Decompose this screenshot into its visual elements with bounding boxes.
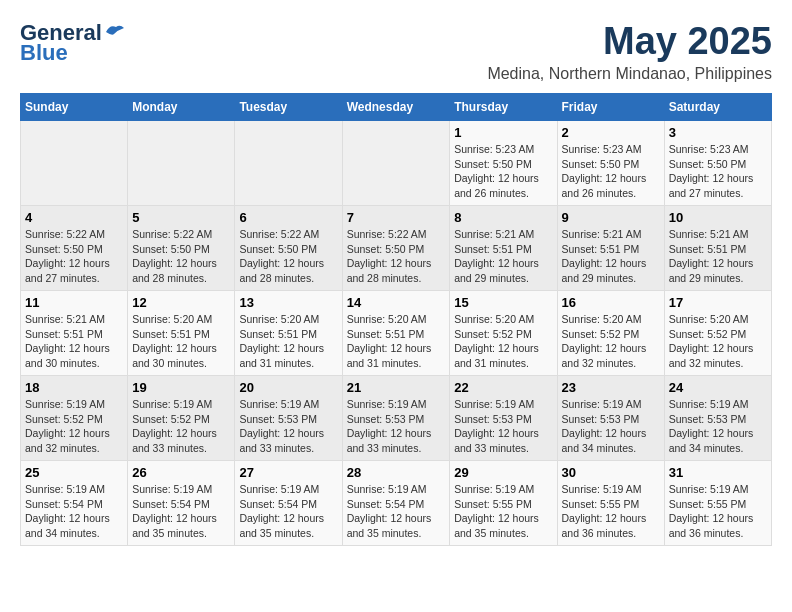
col-header-sunday: Sunday [21,94,128,121]
title-area: May 2025 Medina, Northern Mindanao, Phil… [487,20,772,83]
day-info: Sunrise: 5:21 AM Sunset: 5:51 PM Dayligh… [454,227,552,286]
day-number: 9 [562,210,660,225]
day-info: Sunrise: 5:19 AM Sunset: 5:55 PM Dayligh… [669,482,767,541]
calendar-cell: 24Sunrise: 5:19 AM Sunset: 5:53 PM Dayli… [664,376,771,461]
day-number: 18 [25,380,123,395]
day-number: 26 [132,465,230,480]
calendar-cell: 31Sunrise: 5:19 AM Sunset: 5:55 PM Dayli… [664,461,771,546]
calendar-cell: 5Sunrise: 5:22 AM Sunset: 5:50 PM Daylig… [128,206,235,291]
header-row: SundayMondayTuesdayWednesdayThursdayFrid… [21,94,772,121]
day-number: 25 [25,465,123,480]
calendar-cell: 23Sunrise: 5:19 AM Sunset: 5:53 PM Dayli… [557,376,664,461]
calendar-cell: 15Sunrise: 5:20 AM Sunset: 5:52 PM Dayli… [450,291,557,376]
calendar-cell: 7Sunrise: 5:22 AM Sunset: 5:50 PM Daylig… [342,206,450,291]
day-info: Sunrise: 5:19 AM Sunset: 5:52 PM Dayligh… [132,397,230,456]
page-title: May 2025 [487,20,772,63]
calendar-cell: 10Sunrise: 5:21 AM Sunset: 5:51 PM Dayli… [664,206,771,291]
day-info: Sunrise: 5:20 AM Sunset: 5:52 PM Dayligh… [454,312,552,371]
calendar-cell: 1Sunrise: 5:23 AM Sunset: 5:50 PM Daylig… [450,121,557,206]
day-info: Sunrise: 5:19 AM Sunset: 5:54 PM Dayligh… [25,482,123,541]
calendar-cell: 3Sunrise: 5:23 AM Sunset: 5:50 PM Daylig… [664,121,771,206]
day-number: 20 [239,380,337,395]
day-info: Sunrise: 5:23 AM Sunset: 5:50 PM Dayligh… [669,142,767,201]
calendar-cell: 12Sunrise: 5:20 AM Sunset: 5:51 PM Dayli… [128,291,235,376]
day-info: Sunrise: 5:20 AM Sunset: 5:51 PM Dayligh… [239,312,337,371]
day-number: 3 [669,125,767,140]
day-info: Sunrise: 5:20 AM Sunset: 5:52 PM Dayligh… [562,312,660,371]
day-number: 22 [454,380,552,395]
page-subtitle: Medina, Northern Mindanao, Philippines [487,65,772,83]
col-header-wednesday: Wednesday [342,94,450,121]
calendar-cell [21,121,128,206]
day-info: Sunrise: 5:21 AM Sunset: 5:51 PM Dayligh… [562,227,660,286]
day-number: 2 [562,125,660,140]
day-info: Sunrise: 5:19 AM Sunset: 5:53 PM Dayligh… [562,397,660,456]
day-number: 21 [347,380,446,395]
day-info: Sunrise: 5:21 AM Sunset: 5:51 PM Dayligh… [25,312,123,371]
day-info: Sunrise: 5:19 AM Sunset: 5:53 PM Dayligh… [669,397,767,456]
day-number: 15 [454,295,552,310]
day-info: Sunrise: 5:19 AM Sunset: 5:53 PM Dayligh… [454,397,552,456]
day-info: Sunrise: 5:20 AM Sunset: 5:51 PM Dayligh… [347,312,446,371]
calendar-row-4: 18Sunrise: 5:19 AM Sunset: 5:52 PM Dayli… [21,376,772,461]
col-header-monday: Monday [128,94,235,121]
day-info: Sunrise: 5:21 AM Sunset: 5:51 PM Dayligh… [669,227,767,286]
logo-blue: Blue [20,40,68,66]
day-number: 4 [25,210,123,225]
col-header-tuesday: Tuesday [235,94,342,121]
day-info: Sunrise: 5:23 AM Sunset: 5:50 PM Dayligh… [454,142,552,201]
day-number: 28 [347,465,446,480]
day-info: Sunrise: 5:19 AM Sunset: 5:54 PM Dayligh… [132,482,230,541]
calendar-row-2: 4Sunrise: 5:22 AM Sunset: 5:50 PM Daylig… [21,206,772,291]
calendar-cell: 4Sunrise: 5:22 AM Sunset: 5:50 PM Daylig… [21,206,128,291]
day-number: 27 [239,465,337,480]
calendar-cell: 9Sunrise: 5:21 AM Sunset: 5:51 PM Daylig… [557,206,664,291]
day-number: 5 [132,210,230,225]
day-number: 11 [25,295,123,310]
calendar-cell: 18Sunrise: 5:19 AM Sunset: 5:52 PM Dayli… [21,376,128,461]
day-number: 17 [669,295,767,310]
day-number: 8 [454,210,552,225]
calendar-cell [128,121,235,206]
day-info: Sunrise: 5:19 AM Sunset: 5:54 PM Dayligh… [347,482,446,541]
day-number: 12 [132,295,230,310]
calendar-row-1: 1Sunrise: 5:23 AM Sunset: 5:50 PM Daylig… [21,121,772,206]
logo-bird-icon [104,22,126,40]
calendar-cell [342,121,450,206]
day-number: 29 [454,465,552,480]
calendar-cell: 21Sunrise: 5:19 AM Sunset: 5:53 PM Dayli… [342,376,450,461]
day-number: 16 [562,295,660,310]
day-info: Sunrise: 5:19 AM Sunset: 5:55 PM Dayligh… [454,482,552,541]
day-info: Sunrise: 5:19 AM Sunset: 5:53 PM Dayligh… [239,397,337,456]
calendar-table: SundayMondayTuesdayWednesdayThursdayFrid… [20,93,772,546]
day-number: 19 [132,380,230,395]
col-header-thursday: Thursday [450,94,557,121]
col-header-friday: Friday [557,94,664,121]
calendar-cell: 8Sunrise: 5:21 AM Sunset: 5:51 PM Daylig… [450,206,557,291]
day-number: 1 [454,125,552,140]
calendar-cell: 30Sunrise: 5:19 AM Sunset: 5:55 PM Dayli… [557,461,664,546]
calendar-cell: 28Sunrise: 5:19 AM Sunset: 5:54 PM Dayli… [342,461,450,546]
calendar-cell: 6Sunrise: 5:22 AM Sunset: 5:50 PM Daylig… [235,206,342,291]
calendar-cell: 2Sunrise: 5:23 AM Sunset: 5:50 PM Daylig… [557,121,664,206]
calendar-cell: 26Sunrise: 5:19 AM Sunset: 5:54 PM Dayli… [128,461,235,546]
calendar-cell: 19Sunrise: 5:19 AM Sunset: 5:52 PM Dayli… [128,376,235,461]
logo: General Blue [20,20,126,66]
day-info: Sunrise: 5:22 AM Sunset: 5:50 PM Dayligh… [239,227,337,286]
col-header-saturday: Saturday [664,94,771,121]
calendar-cell: 25Sunrise: 5:19 AM Sunset: 5:54 PM Dayli… [21,461,128,546]
day-info: Sunrise: 5:20 AM Sunset: 5:51 PM Dayligh… [132,312,230,371]
day-info: Sunrise: 5:22 AM Sunset: 5:50 PM Dayligh… [347,227,446,286]
calendar-cell: 20Sunrise: 5:19 AM Sunset: 5:53 PM Dayli… [235,376,342,461]
day-number: 6 [239,210,337,225]
calendar-cell: 22Sunrise: 5:19 AM Sunset: 5:53 PM Dayli… [450,376,557,461]
day-number: 30 [562,465,660,480]
calendar-cell: 11Sunrise: 5:21 AM Sunset: 5:51 PM Dayli… [21,291,128,376]
day-number: 13 [239,295,337,310]
calendar-cell [235,121,342,206]
day-number: 10 [669,210,767,225]
calendar-cell: 27Sunrise: 5:19 AM Sunset: 5:54 PM Dayli… [235,461,342,546]
calendar-row-5: 25Sunrise: 5:19 AM Sunset: 5:54 PM Dayli… [21,461,772,546]
day-info: Sunrise: 5:19 AM Sunset: 5:54 PM Dayligh… [239,482,337,541]
calendar-cell: 16Sunrise: 5:20 AM Sunset: 5:52 PM Dayli… [557,291,664,376]
